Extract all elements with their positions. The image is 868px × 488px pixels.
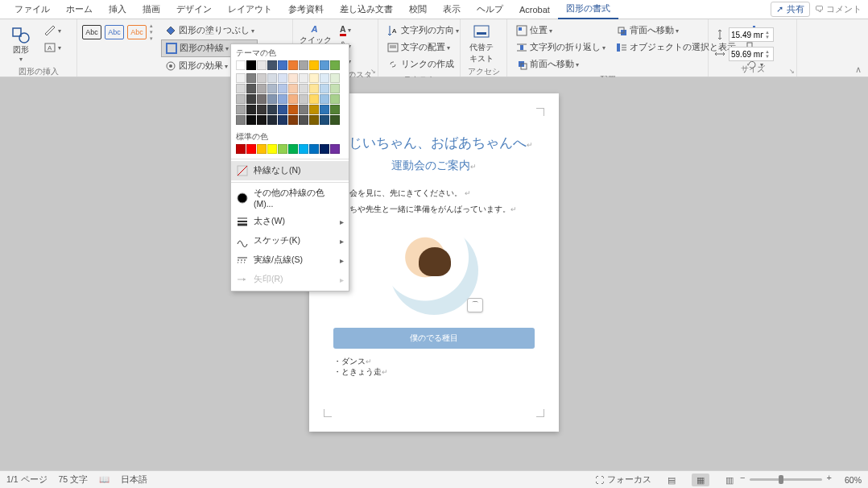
color-swatch[interactable] (288, 73, 298, 83)
color-swatch[interactable] (236, 105, 246, 114)
size-launcher[interactable]: ↘ (789, 68, 795, 75)
color-swatch[interactable] (288, 144, 298, 154)
color-swatch[interactable] (299, 105, 308, 114)
color-swatch[interactable] (278, 94, 287, 104)
color-swatch[interactable] (257, 73, 267, 83)
sketch-item[interactable]: スケッチ(K)▸ (231, 231, 349, 250)
create-link-button[interactable]: リンクの作成 (383, 56, 462, 72)
color-swatch[interactable] (267, 115, 277, 125)
language-indicator[interactable]: 日本語 (121, 474, 147, 486)
share-button[interactable]: ➚ 共有 (771, 2, 810, 17)
color-swatch[interactable] (309, 105, 319, 114)
color-swatch[interactable] (320, 115, 329, 125)
color-swatch[interactable] (236, 60, 246, 70)
spinner-down-icon[interactable]: ▼ (765, 35, 773, 39)
color-swatch[interactable] (267, 73, 277, 83)
color-swatch[interactable] (257, 115, 267, 125)
doc-body-1[interactable]: 運動会を見に、先にきてください。 ↵ (333, 188, 535, 199)
color-swatch[interactable] (257, 144, 267, 154)
color-swatch[interactable] (330, 84, 340, 93)
color-swatch[interactable] (246, 60, 256, 70)
color-swatch[interactable] (278, 105, 287, 114)
style-preset-1[interactable]: Abc (82, 25, 101, 39)
gallery-down-icon[interactable]: ▾ (150, 29, 153, 35)
gallery-up-icon[interactable]: ▴ (150, 23, 153, 29)
tab-review[interactable]: 校閲 (401, 0, 435, 19)
tab-shape-format[interactable]: 図形の書式 (558, 0, 618, 19)
color-swatch[interactable] (257, 94, 267, 104)
zoom-in-button[interactable]: + (827, 473, 832, 482)
alt-text-button[interactable]: 代替テ キスト (465, 23, 498, 64)
color-swatch[interactable] (330, 144, 340, 154)
color-swatch[interactable] (330, 94, 340, 104)
doc-body-2[interactable]: 友だちや先生と一緒に準備をがんばっています。↵ (333, 204, 535, 215)
color-swatch[interactable] (320, 105, 329, 114)
tab-acrobat[interactable]: Acrobat (511, 2, 558, 18)
color-swatch[interactable] (288, 115, 298, 125)
color-swatch[interactable] (320, 60, 329, 70)
align-text-button[interactable]: 文字の配置▾ (383, 39, 462, 56)
gallery-more-icon[interactable]: ▾ (150, 35, 153, 42)
color-swatch[interactable] (246, 73, 256, 83)
color-swatch[interactable] (288, 60, 298, 70)
zoom-out-button[interactable]: − (740, 473, 745, 482)
tab-file[interactable]: ファイル (6, 0, 58, 19)
tab-view[interactable]: 表示 (435, 0, 469, 19)
tab-draw[interactable]: 描画 (134, 0, 168, 19)
dashes-item[interactable]: 実線/点線(S)▸ (231, 250, 349, 270)
wrap-text-button[interactable]: 文字列の折り返し▾ (512, 39, 609, 56)
color-swatch[interactable] (320, 84, 329, 93)
list-item[interactable]: ときょう走↵ (333, 367, 535, 378)
text-box-button[interactable]: A▾ (40, 39, 64, 56)
position-button[interactable]: 位置▾ (512, 23, 609, 39)
collapse-ribbon-button[interactable]: ∧ (855, 19, 868, 77)
color-swatch[interactable] (278, 84, 287, 93)
color-swatch[interactable] (257, 84, 267, 93)
doc-banner-shape[interactable]: 僕のでる種目 (333, 328, 535, 349)
color-swatch[interactable] (278, 115, 287, 125)
color-swatch[interactable] (236, 94, 246, 104)
web-layout-button[interactable]: ▥ (721, 474, 738, 486)
zoom-slider[interactable]: − + (750, 478, 822, 481)
color-swatch[interactable] (309, 60, 319, 70)
color-swatch[interactable] (288, 84, 298, 93)
color-swatch[interactable] (267, 60, 277, 70)
zoom-level[interactable]: 60% (845, 475, 862, 485)
color-swatch[interactable] (309, 144, 319, 154)
layout-options-button[interactable]: ⌒ (467, 298, 483, 312)
color-swatch[interactable] (246, 144, 256, 154)
shapes-gallery-button[interactable]: 図形 ▾ (5, 23, 37, 64)
color-swatch[interactable] (330, 73, 340, 83)
color-swatch[interactable] (309, 73, 319, 83)
spinner-down-icon[interactable]: ▼ (765, 54, 773, 59)
tab-home[interactable]: ホーム (58, 0, 101, 19)
color-swatch[interactable] (246, 105, 256, 114)
tab-insert[interactable]: 挿入 (101, 0, 134, 19)
color-swatch[interactable] (246, 94, 256, 104)
tab-design[interactable]: デザイン (168, 0, 220, 19)
doc-heading-2[interactable]: 運動会のご案内↵ (333, 159, 535, 173)
zoom-thumb[interactable] (779, 475, 783, 484)
color-swatch[interactable] (236, 144, 246, 154)
color-swatch[interactable] (309, 94, 319, 104)
bring-forward-button[interactable]: 前面へ移動▾ (512, 56, 609, 72)
list-item[interactable]: ダンス↵ (333, 357, 535, 367)
color-swatch[interactable] (236, 84, 246, 93)
doc-heading-1[interactable]: おじいちゃん、おばあちゃんへ↵ (333, 134, 535, 152)
color-swatch[interactable] (309, 115, 319, 125)
tab-mailings[interactable]: 差し込み文書 (332, 0, 401, 19)
no-outline-item[interactable]: 枠線なし(N) (231, 161, 349, 180)
color-swatch[interactable] (299, 60, 308, 70)
color-swatch[interactable] (267, 144, 277, 154)
weight-item[interactable]: 太さ(W)▸ (231, 212, 349, 231)
edit-shape-button[interactable]: ▾ (40, 23, 64, 39)
color-swatch[interactable] (299, 115, 308, 125)
color-swatch[interactable] (299, 144, 308, 154)
style-preset-2[interactable]: Abc (105, 25, 124, 39)
print-layout-button[interactable]: ▦ (692, 474, 709, 486)
text-direction-button[interactable]: A文字列の方向▾ (383, 23, 462, 39)
color-swatch[interactable] (320, 94, 329, 104)
color-swatch[interactable] (267, 94, 277, 104)
color-swatch[interactable] (267, 105, 277, 114)
color-swatch[interactable] (330, 115, 340, 125)
